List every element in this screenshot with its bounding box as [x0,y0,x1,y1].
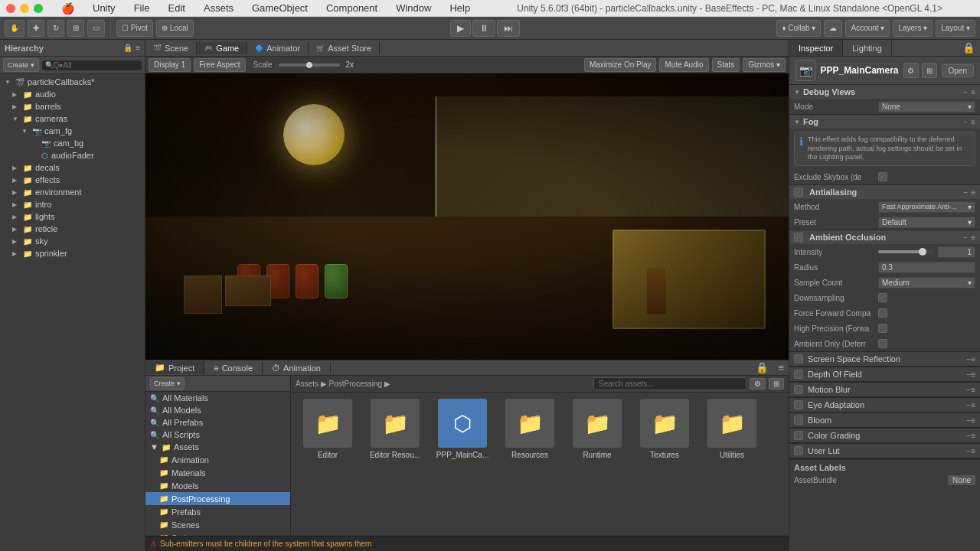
motion-blur-menu-button[interactable]: ≡ [971,386,975,394]
debug-views-minus-button[interactable]: − [963,88,968,96]
file-all-scripts[interactable]: 🔍 All Scripts [145,429,290,441]
hierarchy-item-effects[interactable]: ▶ 📁 effects [0,174,145,186]
file-materials[interactable]: ▶ 📁 Materials [145,466,290,479]
ao-minus-button[interactable]: − [963,233,968,242]
eye-adaptation-menu-button[interactable]: ≡ [971,401,975,409]
preset-dropdown[interactable]: Default ▾ [878,217,975,228]
scale-tool[interactable]: ⊞ [67,20,84,37]
hierarchy-lock[interactable]: 🔒 [123,44,132,52]
eye-adaptation-enable-checkbox[interactable] [794,400,803,409]
account-button[interactable]: Account ▾ [845,20,890,37]
force-forward-checkbox[interactable] [878,308,887,318]
asset-item-editor-resources[interactable]: 📁 Editor Resou... [364,399,426,459]
menu-gameobject[interactable]: GameObject [249,1,311,15]
move-tool[interactable]: ✚ [28,20,44,37]
asset-item-textures[interactable]: 📁 Textures [634,399,695,459]
ao-menu-button[interactable]: ≡ [971,233,975,242]
menu-assets[interactable]: Assets [201,1,237,15]
hand-tool[interactable]: ✋ [5,20,24,37]
hierarchy-item-particlecallbacks[interactable]: ▼ 🎬 particleCallbacks* [0,76,145,88]
hierarchy-item-cameras[interactable]: ▼ 📁 cameras [0,112,145,125]
file-animation[interactable]: ▶ 📁 Animation [145,453,290,466]
tab-asset-store[interactable]: 🛒 Asset Store [309,42,380,54]
dof-enable-checkbox[interactable] [794,370,803,379]
tab-animator[interactable]: 🔷 Animator [247,42,309,54]
asset-view-button[interactable]: ⊞ [769,378,784,390]
asset-search-input[interactable] [593,377,746,390]
play-button[interactable]: ▶ [450,20,471,37]
project-create-button[interactable]: Create ▾ [150,377,185,390]
tab-console[interactable]: ≡ Console [204,362,263,374]
local-button[interactable]: ⊕ Local [156,20,194,37]
color-grading-enable-checkbox[interactable] [794,431,803,440]
inspector-view-button[interactable]: ⊞ [922,63,937,78]
hierarchy-item-reticle[interactable]: ▶ 📁 reticle [0,223,145,235]
pause-button[interactable]: ⏸ [472,20,495,37]
asset-item-utilities[interactable]: 📁 Utilities [701,399,763,459]
fog-minus-button[interactable]: − [963,118,968,126]
user-lut-enable-checkbox[interactable] [794,446,803,455]
menu-window[interactable]: Window [393,1,434,15]
sample-count-dropdown[interactable]: Medium ▾ [878,277,975,289]
motion-blur-header[interactable]: Motion Blur − ≡ [789,383,980,397]
hierarchy-item-sprinkler[interactable]: ▶ 📁 sprinkler [0,247,145,259]
exclude-skybox-checkbox[interactable] [878,172,887,181]
bottom-menu-button[interactable]: ≡ [773,360,789,375]
user-lut-menu-button[interactable]: ≡ [971,447,975,455]
gizmos-button[interactable]: Gizmos ▾ [743,58,786,72]
file-all-materials[interactable]: 🔍 All Materials [145,392,290,404]
asset-item-runtime[interactable]: 📁 Runtime [567,399,628,459]
asset-options-button[interactable]: ⚙ [750,378,766,390]
layers-button[interactable]: Layers ▾ [893,20,933,37]
radius-input[interactable] [878,262,975,273]
tab-lighting[interactable]: Lighting [843,40,892,56]
high-precision-checkbox[interactable] [878,324,887,333]
ssr-enable-checkbox[interactable] [794,354,803,364]
fog-menu-button[interactable]: ≡ [971,118,975,126]
hierarchy-item-intro[interactable]: ▶ 📁 intro [0,198,145,210]
method-dropdown[interactable]: Fast Approximate Anti-... ▾ [878,201,975,213]
ambient-occlusion-header[interactable]: Ambient Occlusion − ≡ [789,230,980,244]
inspector-settings-button[interactable]: ⚙ [903,63,919,78]
debug-views-menu-button[interactable]: ≡ [971,88,975,96]
hierarchy-item-cambg[interactable]: 📷 cam_bg [0,137,145,149]
pivot-button[interactable]: ☐ Pivot [116,20,153,37]
debug-views-header[interactable]: ▼ Debug Views − ≡ [789,85,980,99]
color-grading-menu-button[interactable]: ≡ [971,432,975,440]
motion-blur-enable-checkbox[interactable] [794,385,803,394]
ambient-only-checkbox[interactable] [878,339,887,348]
hierarchy-search[interactable] [54,61,139,70]
apple-menu[interactable]: 🍎 [61,2,74,15]
menu-unity[interactable]: Unity [90,1,119,15]
open-button[interactable]: Open [942,64,974,77]
aspect-button[interactable]: Free Aspect [194,58,245,72]
rotate-tool[interactable]: ↻ [47,20,64,37]
mute-audio[interactable]: Mute Audio [659,58,708,72]
menu-help[interactable]: Help [446,1,473,15]
dof-header[interactable]: Depth Of Field − ≡ [789,367,980,382]
file-postprocessing[interactable]: ▶ 📁 PostProcessing [145,492,290,505]
antialiasing-enable-checkbox[interactable] [794,187,803,197]
tab-game[interactable]: 🎮 Game [197,42,247,54]
scale-slider[interactable] [279,64,340,67]
user-lut-header[interactable]: User Lut − ≡ [789,444,980,458]
antialiasing-menu-button[interactable]: ≡ [971,188,975,197]
minimize-button[interactable] [20,4,29,13]
eye-adaptation-header[interactable]: Eye Adaptation − ≡ [789,398,980,412]
hierarchy-create[interactable]: Create ▾ [3,58,39,72]
hierarchy-item-audiofader[interactable]: ⬡ audioFader [0,149,145,161]
file-all-models[interactable]: 🔍 All Models [145,404,290,416]
hierarchy-item-lights[interactable]: ▶ 📁 lights [0,210,145,223]
file-scenes[interactable]: ▶ 📁 Scenes [145,518,290,531]
asset-item-ppp-maincamera[interactable]: ⬡ PPP_MainCa... [432,399,493,459]
fog-header[interactable]: ▼ Fog − ≡ [789,115,980,129]
maximize-button[interactable] [34,4,43,13]
hierarchy-item-sky[interactable]: ▶ 📁 sky [0,235,145,247]
menu-edit[interactable]: Edit [165,1,188,15]
stats-button[interactable]: Stats [712,58,740,72]
antialiasing-header[interactable]: Antialiasing − ≡ [789,185,980,199]
collab-button[interactable]: ♦ Collab ▾ [776,20,821,37]
ssr-header[interactable]: Screen Space Reflection − ≡ [789,352,980,367]
file-prefabs[interactable]: ▶ 📁 Prefabs [145,505,290,518]
file-all-prefabs[interactable]: 🔍 All Prefabs [145,416,290,429]
